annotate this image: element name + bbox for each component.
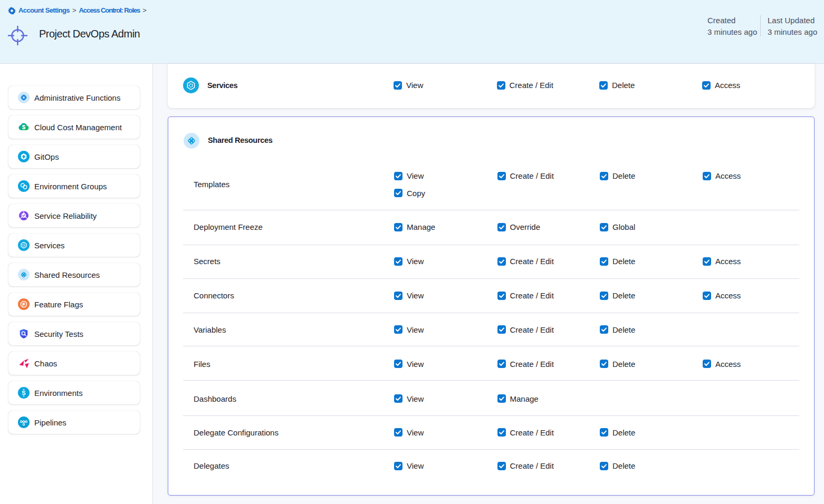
svg-text:S: S [22,390,25,396]
svg-text:$: $ [22,124,26,130]
